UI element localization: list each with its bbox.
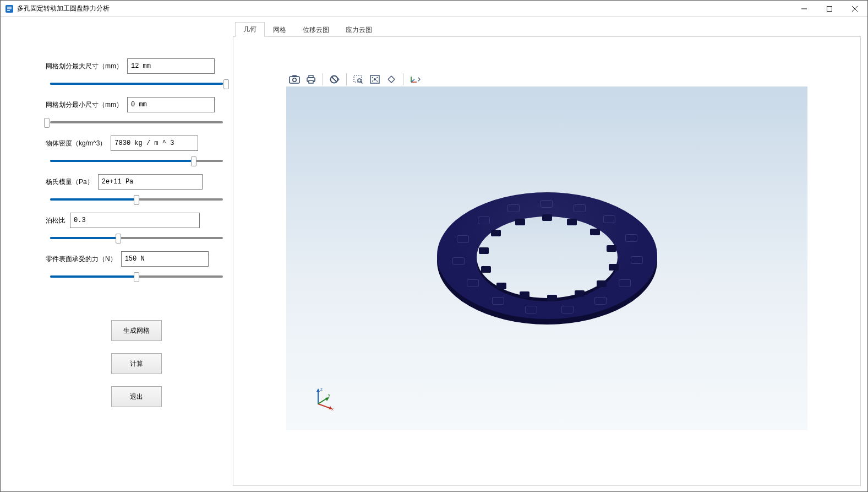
svg-point-12 <box>374 78 376 80</box>
triad-z-label: z <box>320 387 323 392</box>
density-label: 物体密度（kg/m^3） <box>46 139 106 148</box>
app-icon <box>5 4 14 13</box>
viewer-tabs: 几何 网格 位移云图 应力云图 <box>233 23 861 37</box>
youngs-slider[interactable] <box>47 194 226 205</box>
cancel-selection-icon[interactable] <box>326 72 343 86</box>
tab-displacement-contour[interactable]: 位移云图 <box>294 23 337 37</box>
compute-button[interactable]: 计算 <box>111 353 162 374</box>
mesh-max-input[interactable] <box>127 58 215 74</box>
toolbar-separator <box>403 73 403 85</box>
viewer-content: z y x <box>233 37 861 486</box>
client-area: 网格划分最大尺寸（mm） 网格划分最小尺寸（mm） <box>1 17 867 491</box>
poisson-label: 泊松比 <box>46 216 65 225</box>
density-slider[interactable] <box>47 155 226 166</box>
tab-stress-contour[interactable]: 应力云图 <box>337 23 380 37</box>
model-viewport[interactable]: z y x <box>286 86 807 430</box>
force-input[interactable] <box>121 251 209 267</box>
fit-view-icon[interactable] <box>367 72 383 86</box>
svg-marker-14 <box>316 388 320 392</box>
density-input[interactable] <box>111 136 198 151</box>
mesh-max-slider[interactable] <box>47 78 226 89</box>
youngs-input[interactable] <box>98 174 203 190</box>
svg-rect-6 <box>309 75 313 78</box>
svg-line-15 <box>318 404 330 408</box>
youngs-label: 杨氏模量（Pa） <box>46 177 94 187</box>
viewer-panel: 几何 网格 位移云图 应力云图 <box>233 23 861 486</box>
titlebar: 多孔固定转动加工圆盘静力分析 <box>1 1 867 17</box>
tab-geometry[interactable]: 几何 <box>235 22 265 37</box>
reset-camera-icon[interactable] <box>383 72 400 86</box>
viewer-toolbar <box>286 72 423 86</box>
print-icon[interactable] <box>303 72 319 86</box>
parameters-panel: 网格划分最大尺寸（mm） 网格划分最小尺寸（mm） <box>7 23 227 486</box>
param-youngs: 杨氏模量（Pa） <box>46 174 227 205</box>
param-mesh-max: 网格划分最大尺寸（mm） <box>46 58 227 89</box>
param-force: 零件表面承受的力（N） <box>46 251 227 282</box>
mesh-min-slider[interactable] <box>47 117 226 128</box>
axes-toggle-icon[interactable] <box>407 72 423 86</box>
toolbar-separator <box>323 73 323 85</box>
mesh-max-label: 网格划分最大尺寸（mm） <box>46 62 123 71</box>
svg-rect-4 <box>292 75 297 77</box>
app-window: 多孔固定转动加工圆盘静力分析 网格划分最大尺寸（mm） <box>0 0 868 492</box>
poisson-slider[interactable] <box>47 233 226 244</box>
svg-point-10 <box>358 79 361 82</box>
poisson-input[interactable] <box>70 213 200 228</box>
tab-mesh[interactable]: 网格 <box>265 23 294 37</box>
svg-line-17 <box>318 398 327 404</box>
force-label: 零件表面承受的力（N） <box>46 255 117 264</box>
svg-rect-1 <box>827 6 832 11</box>
mesh-min-input[interactable] <box>127 97 215 112</box>
zoom-window-icon[interactable] <box>350 72 367 86</box>
generate-mesh-button[interactable]: 生成网格 <box>111 320 162 341</box>
svg-rect-2 <box>290 77 299 83</box>
action-buttons: 生成网格 计算 退出 <box>46 320 227 407</box>
svg-rect-7 <box>309 80 313 83</box>
screenshot-icon[interactable] <box>286 72 303 86</box>
window-maximize-button[interactable] <box>817 1 842 17</box>
force-slider[interactable] <box>47 271 226 282</box>
axis-triad: z y x <box>310 385 337 412</box>
param-poisson: 泊松比 <box>46 213 227 244</box>
triad-y-label: y <box>328 392 330 397</box>
window-title: 多孔固定转动加工圆盘静力分析 <box>17 4 110 13</box>
triad-x-label: x <box>331 407 334 412</box>
exit-button[interactable]: 退出 <box>111 386 162 407</box>
disc-slot-outlines <box>437 192 657 325</box>
svg-point-3 <box>293 78 296 82</box>
window-close-button[interactable] <box>842 1 867 17</box>
disc-model <box>437 192 657 325</box>
mesh-min-label: 网格划分最小尺寸（mm） <box>46 100 123 110</box>
param-mesh-min: 网格划分最小尺寸（mm） <box>46 97 227 128</box>
window-minimize-button[interactable] <box>791 1 817 17</box>
param-density: 物体密度（kg/m^3） <box>46 136 227 166</box>
toolbar-separator <box>346 73 347 85</box>
